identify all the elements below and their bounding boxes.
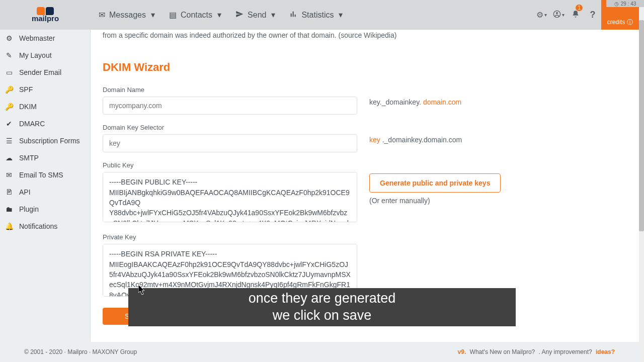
sidebar-item-label: Webmaster xyxy=(19,34,55,42)
page-scrollbar-track[interactable] xyxy=(639,0,644,362)
cogs-icon: ⚙ xyxy=(5,34,13,42)
footer-links: v9. What's New on Mailpro? . Any improve… xyxy=(456,348,615,355)
caret-down-icon: ▾ xyxy=(271,10,275,20)
gear-icon: ⚙ xyxy=(536,10,543,20)
caret-down-icon: ▾ xyxy=(544,12,547,18)
sidebar-item-spf[interactable]: 🔑SPF xyxy=(0,81,90,98)
card-icon: ▭ xyxy=(5,68,13,76)
sidebar-item-label: SMTP xyxy=(19,154,39,162)
footer-ideas-link[interactable]: ideas? xyxy=(596,348,615,355)
nav-messages[interactable]: ✉ Messages ▾ xyxy=(94,6,160,24)
user-circle-icon xyxy=(553,10,561,20)
video-caption: once they are generated we click on save xyxy=(128,288,516,326)
bell-icon: 🔔 xyxy=(5,222,13,230)
id-card-icon: ▤ xyxy=(169,10,177,20)
chart-bar-icon xyxy=(289,10,297,20)
selector-input[interactable] xyxy=(103,134,357,152)
footer-improve: . Any improvement? xyxy=(539,348,594,355)
domain-name-input[interactable] xyxy=(103,97,357,115)
notification-badge: 1 xyxy=(576,5,583,11)
sidebar-item-my-layout[interactable]: ✎My Layout xyxy=(0,47,90,64)
public-key-label: Public Key xyxy=(103,161,357,169)
help-button[interactable]: ? xyxy=(584,0,601,30)
logo[interactable]: mailpro xyxy=(0,7,91,23)
domain-hint: key._domainkey. domain.com xyxy=(369,98,627,106)
sidebar-item-sender-email[interactable]: ▭Sender Email xyxy=(0,64,90,81)
sidebar-item-label: SPF xyxy=(19,85,33,94)
sidebar-item-label: Plugin xyxy=(19,205,39,213)
main-nav: ✉ Messages ▾ ▤ Contacts ▾ Send ▾ Statist… xyxy=(94,6,348,24)
sidebar: ⚙Webmaster ✎My Layout ▭Sender Email 🔑SPF… xyxy=(0,30,91,342)
caret-down-icon: ▾ xyxy=(217,10,221,20)
nav-messages-label: Messages xyxy=(109,11,146,20)
selector-hint-accent: key xyxy=(369,136,380,144)
settings-button[interactable]: ⚙▾ xyxy=(533,0,550,30)
sidebar-item-notifications[interactable]: 🔔Notifications xyxy=(0,218,90,235)
caret-down-icon: ▾ xyxy=(339,10,343,20)
sidebar-item-label: DMARC xyxy=(19,120,45,128)
clock-icon: ◷ xyxy=(614,1,619,7)
sidebar-item-label: Notifications xyxy=(19,222,57,230)
selector-label: Domain Key Selector xyxy=(103,124,357,131)
selector-hint: key ._domainkey.domain.com xyxy=(369,136,627,144)
caret-down-icon: ▾ xyxy=(151,10,155,20)
logo-text: mailpro xyxy=(32,14,59,23)
caret-down-icon: ▾ xyxy=(562,12,565,18)
nav-send-label: Send xyxy=(248,11,266,20)
credits-label: credits xyxy=(607,19,625,27)
page-scrollbar-thumb[interactable] xyxy=(639,20,644,231)
notifications-button[interactable]: 1 xyxy=(567,0,584,30)
sidebar-item-dkim[interactable]: 🔑DKIM xyxy=(0,98,90,115)
bell-icon xyxy=(572,10,580,20)
domain-hint-accent: domain.com xyxy=(423,98,461,106)
question-icon: ? xyxy=(590,10,596,20)
cloud-icon: ☁ xyxy=(5,154,13,162)
session-timer-value: 29 : 43 xyxy=(621,1,636,7)
key-icon: 🔑 xyxy=(5,103,13,111)
sidebar-item-webmaster[interactable]: ⚙Webmaster xyxy=(0,30,90,47)
sidebar-item-subscription-forms[interactable]: ☰Subscription Forms xyxy=(0,132,90,149)
sidebar-item-label: Sender Email xyxy=(19,68,61,76)
pencil-icon: ✎ xyxy=(5,51,13,59)
domain-name-label: Domain Name xyxy=(103,86,357,94)
sidebar-item-label: My Layout xyxy=(19,51,52,59)
footer-whats-new[interactable]: What's New on Mailpro? xyxy=(468,348,536,355)
envelope-icon: ✉ xyxy=(99,10,105,20)
check-circle-icon: ✔ xyxy=(5,120,13,128)
caption-line-1: once they are generated xyxy=(249,290,396,307)
sidebar-item-dmarc[interactable]: ✔DMARC xyxy=(0,115,90,132)
sidebar-item-smtp[interactable]: ☁SMTP xyxy=(0,149,90,166)
sidebar-item-label: API xyxy=(19,188,31,196)
nav-statistics[interactable]: Statistics ▾ xyxy=(284,6,348,24)
sidebar-item-label: Subscription Forms xyxy=(19,137,80,145)
generate-keys-button[interactable]: Generate public and private keys xyxy=(369,173,501,193)
footer: © 2001 - 2020 · Mailpro · MAXONY Group v… xyxy=(0,342,639,362)
top-bar: mailpro ✉ Messages ▾ ▤ Contacts ▾ Send ▾… xyxy=(0,0,639,30)
sidebar-item-plugin[interactable]: 🖿Plugin xyxy=(0,201,90,218)
intro-text: from a specific domain was indeed author… xyxy=(103,30,627,41)
sidebar-item-email-to-sms[interactable]: ✉Email To SMS xyxy=(0,166,90,184)
footer-copyright: © 2001 - 2020 · Mailpro · MAXONY Group xyxy=(24,348,137,355)
nav-contacts[interactable]: ▤ Contacts ▾ xyxy=(164,6,226,24)
selector-hint-suffix: ._domainkey.domain.com xyxy=(380,136,462,144)
folder-icon: 🖿 xyxy=(5,205,13,213)
nav-send[interactable]: Send ▾ xyxy=(230,6,280,24)
private-key-label: Private Key xyxy=(103,233,357,241)
file-icon: 🖹 xyxy=(5,188,13,196)
sidebar-item-label: DKIM xyxy=(19,103,37,111)
footer-version: v9. xyxy=(458,348,466,355)
public-key-textarea[interactable] xyxy=(103,172,357,222)
sidebar-item-api[interactable]: 🖹API xyxy=(0,184,90,201)
nav-statistics-label: Statistics xyxy=(301,11,334,20)
paper-plane-icon xyxy=(235,10,244,20)
nav-contacts-label: Contacts xyxy=(181,11,212,20)
sidebar-item-label: Email To SMS xyxy=(19,171,63,179)
list-icon: ☰ xyxy=(5,137,13,145)
generate-hint: (Or enter manually) xyxy=(369,197,627,205)
svg-point-1 xyxy=(556,12,558,14)
session-timer: ◷ 29 : 43 xyxy=(606,0,644,7)
caption-line-2: we click on save xyxy=(273,307,372,324)
chat-icon: ✉ xyxy=(5,171,13,179)
info-icon: ⓘ xyxy=(627,19,633,27)
account-button[interactable]: ▾ xyxy=(550,0,567,30)
